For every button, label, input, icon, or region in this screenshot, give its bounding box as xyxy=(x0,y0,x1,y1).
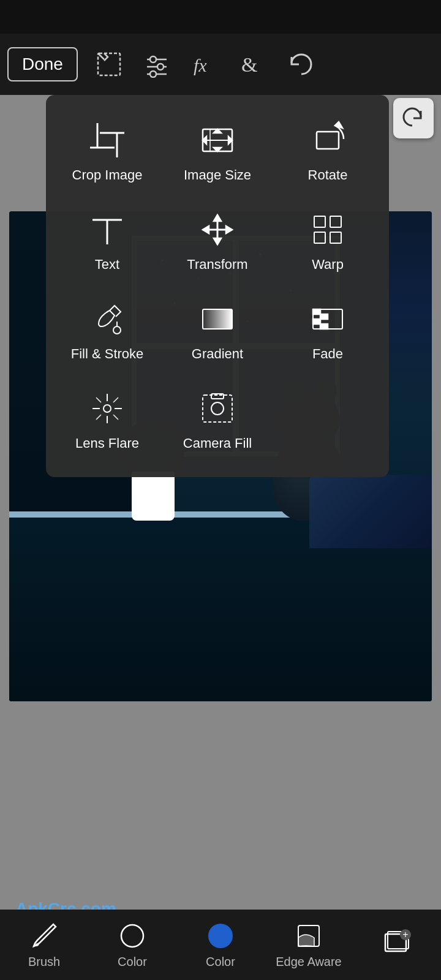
menu-grid: Crop Image Image Size Rotate xyxy=(52,107,383,465)
menu-item-fade[interactable]: Fade xyxy=(273,286,383,375)
selection-tool-button[interactable] xyxy=(88,43,130,86)
svg-point-7 xyxy=(150,71,156,77)
menu-item-text[interactable]: Text xyxy=(52,197,162,286)
bottom-item-color-swatch-label: Color xyxy=(206,955,235,969)
menu-item-rotate-label: Rotate xyxy=(308,167,348,183)
svg-line-40 xyxy=(96,398,101,402)
menu-item-crop-image[interactable]: Crop Image xyxy=(52,107,162,197)
menu-item-lens-flare-label: Lens Flare xyxy=(75,435,139,451)
svg-text:&: & xyxy=(241,53,257,76)
svg-text:fx: fx xyxy=(194,55,207,75)
svg-rect-23 xyxy=(330,216,341,227)
blend-tool-button[interactable]: & xyxy=(231,43,274,86)
menu-item-warp-label: Warp xyxy=(312,257,344,273)
bottom-item-color-label: Color xyxy=(118,955,147,969)
svg-point-35 xyxy=(104,405,111,412)
svg-line-1 xyxy=(98,53,104,59)
svg-point-45 xyxy=(211,402,224,415)
fx-tool-button[interactable]: fx xyxy=(183,43,226,86)
svg-rect-17 xyxy=(317,132,339,149)
bottom-item-brush[interactable]: Brush xyxy=(0,921,88,969)
menu-item-lens-flare[interactable]: Lens Flare xyxy=(52,375,162,465)
bottom-item-color[interactable]: Color xyxy=(88,921,176,969)
menu-item-camera-fill-label: Camera Fill xyxy=(183,435,252,451)
svg-rect-31 xyxy=(313,319,320,324)
menu-item-fill-stroke[interactable]: Fill & Stroke xyxy=(52,286,162,375)
done-button[interactable]: Done xyxy=(7,47,78,81)
svg-rect-22 xyxy=(314,216,325,227)
menu-item-fade-label: Fade xyxy=(312,346,343,362)
svg-rect-24 xyxy=(314,232,325,243)
svg-point-5 xyxy=(157,64,164,70)
svg-point-3 xyxy=(150,56,156,62)
bottom-item-color-swatch[interactable]: Color xyxy=(176,921,265,969)
dropdown-menu: Crop Image Image Size Rotate xyxy=(46,95,389,477)
bottom-item-edge-aware-label: Edge Aware xyxy=(276,955,342,969)
menu-item-transform-label: Transform xyxy=(187,257,247,273)
bottom-item-brush-label: Brush xyxy=(28,955,60,969)
menu-item-image-size[interactable]: Image Size xyxy=(162,107,273,197)
undo-button[interactable] xyxy=(279,43,322,86)
menu-item-warp[interactable]: Warp xyxy=(273,197,383,286)
bottom-toolbar: Brush Color Color Edge Aware + xyxy=(0,910,441,980)
bottom-item-layers[interactable]: + xyxy=(353,928,441,962)
menu-item-gradient[interactable]: Gradient xyxy=(162,286,273,375)
menu-item-text-label: Text xyxy=(95,257,119,273)
svg-point-48 xyxy=(208,924,233,948)
toolbar: Done fx & xyxy=(0,34,441,95)
svg-rect-25 xyxy=(330,232,341,243)
svg-point-47 xyxy=(121,925,143,947)
svg-line-43 xyxy=(96,415,101,420)
adjust-tool-button[interactable] xyxy=(135,43,178,86)
svg-rect-34 xyxy=(328,309,342,329)
svg-line-41 xyxy=(113,415,118,420)
bottom-item-edge-aware[interactable]: Edge Aware xyxy=(265,921,353,969)
svg-line-42 xyxy=(113,398,118,402)
menu-item-transform[interactable]: Transform xyxy=(162,197,273,286)
svg-point-26 xyxy=(113,326,121,334)
svg-rect-33 xyxy=(320,324,328,329)
status-bar xyxy=(0,0,441,34)
svg-rect-32 xyxy=(320,314,328,319)
menu-item-fill-stroke-label: Fill & Stroke xyxy=(71,346,144,362)
menu-item-gradient-label: Gradient xyxy=(192,346,243,362)
menu-item-camera-fill[interactable]: Camera Fill xyxy=(162,375,273,465)
menu-item-rotate[interactable]: Rotate xyxy=(273,107,383,197)
menu-item-image-size-label: Image Size xyxy=(184,167,251,183)
svg-rect-30 xyxy=(313,309,320,314)
redo-button[interactable] xyxy=(393,98,434,138)
svg-rect-28 xyxy=(203,309,232,329)
menu-item-crop-image-label: Crop Image xyxy=(72,167,143,183)
